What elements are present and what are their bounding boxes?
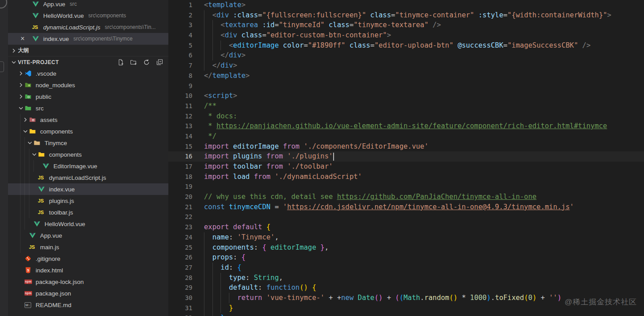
- code-line[interactable]: 17import toolbar from './toolbar': [168, 162, 644, 172]
- tree-item-label: App.vue: [40, 232, 62, 239]
- tree-item-toolbar-js[interactable]: JStoolbar.js: [8, 207, 168, 218]
- line-number: 3: [168, 20, 192, 30]
- tree-item-assets[interactable]: assets: [8, 114, 168, 126]
- code-text: import load from './dynamicLoadScript': [204, 172, 362, 182]
- tree-item-components[interactable]: components: [8, 126, 168, 137]
- chevron-right-icon: [17, 70, 24, 77]
- code-line[interactable]: 28 type: String,: [168, 273, 644, 283]
- folder-components-icon: [29, 128, 38, 135]
- new-file-icon[interactable]: [117, 59, 124, 66]
- vue-icon: [33, 220, 42, 227]
- open-editor-item-helloworld-vue[interactable]: HelloWorld.vuesrc\components: [8, 10, 168, 21]
- tree-item-helloworld-vue[interactable]: HelloWorld.vue: [8, 218, 168, 230]
- code-line[interactable]: 5 <editorImage color="#1890ff" class="ed…: [168, 41, 644, 51]
- tree-item-index-vue[interactable]: index.vue: [8, 183, 168, 195]
- tree-item-package-lock-json[interactable]: npmpackage-lock.json: [8, 276, 168, 288]
- js-icon: JS: [32, 24, 41, 30]
- tree-item-readme-md[interactable]: M↓README.md: [8, 299, 168, 311]
- code-line[interactable]: 15import editorImage from './components/…: [168, 142, 644, 152]
- collapse-all-icon[interactable]: [156, 59, 163, 66]
- tree-item-package-json[interactable]: npmpackage.json: [8, 288, 168, 299]
- open-editor-item-index-vue[interactable]: ×index.vuesrc\components\Tinymce: [8, 33, 168, 45]
- indent-guide: [20, 218, 20, 230]
- folder-node-icon: [24, 81, 33, 89]
- indent-guide: [204, 20, 204, 30]
- line-number: 11: [168, 101, 192, 111]
- code-line[interactable]: 13 * https://panjiachen.github.io/vue-el…: [168, 121, 644, 131]
- folder-public-icon: [24, 93, 33, 100]
- tree-item-plugins-js[interactable]: JSplugins.js: [8, 195, 168, 207]
- indent-guide: [24, 137, 25, 149]
- folder-assets-icon: [29, 116, 38, 123]
- code-line[interactable]: 19: [168, 182, 644, 192]
- tree-item-main-js[interactable]: JSmain.js: [8, 241, 168, 253]
- code-line[interactable]: 7 </div>: [168, 61, 644, 71]
- code-line[interactable]: 10<script>: [168, 91, 644, 101]
- code-text: * docs:: [204, 111, 237, 122]
- code-line[interactable]: 6 </div>: [168, 50, 644, 61]
- indent-guide: [24, 149, 25, 160]
- line-number: 8: [168, 71, 192, 81]
- code-line[interactable]: 26 props: {: [168, 252, 644, 263]
- code-text: <editorImage color="#1890ff" class="edit…: [204, 41, 591, 51]
- tree-item-label: index.html: [36, 267, 63, 274]
- close-icon[interactable]: ×: [20, 35, 32, 42]
- tree-item-dynamicloadscript-js[interactable]: JSdynamicLoadScript.js: [8, 172, 168, 183]
- code-line[interactable]: 23export default {: [168, 222, 644, 232]
- file-path: src: [70, 1, 77, 7]
- tree-item-components[interactable]: components: [8, 149, 168, 160]
- outline-section-header[interactable]: 大纲: [8, 45, 168, 56]
- html-icon: 5: [24, 267, 33, 274]
- code-line[interactable]: 12 * docs:: [168, 111, 644, 122]
- code-line[interactable]: 21const tinymceCDN = 'https://cdn.jsdeli…: [168, 202, 644, 212]
- code-area[interactable]: 1<template>2 <div :class="{fullscreen:fu…: [168, 0, 644, 316]
- code-line[interactable]: 25 components: { editorImage },: [168, 243, 644, 253]
- code-line[interactable]: 32 }: [168, 313, 644, 316]
- indent-guide: [33, 160, 34, 172]
- tree-item-src[interactable]: src: [8, 102, 168, 114]
- indent-guide: [212, 293, 213, 303]
- open-editor-item-app-vue[interactable]: App.vuesrc: [8, 0, 168, 10]
- code-line[interactable]: 20// why use this cdn, detail see https:…: [168, 192, 644, 202]
- code-editor[interactable]: 1<template>2 <div :class="{fullscreen:fu…: [168, 0, 644, 316]
- indent-guide: [29, 172, 29, 183]
- indent-guide: [212, 303, 213, 313]
- tree-item-node-modules[interactable]: node_modules: [8, 79, 168, 91]
- tree-item-index-html[interactable]: 5index.html: [8, 264, 168, 276]
- file-name: index.vue: [43, 36, 69, 42]
- tree-item-app-vue[interactable]: App.vue: [8, 230, 168, 241]
- refresh-icon[interactable]: [143, 59, 150, 66]
- tree-item-tinymce[interactable]: Tinymce: [8, 137, 168, 149]
- code-line[interactable]: 27 id: {: [168, 263, 644, 273]
- indent-guide: [212, 313, 213, 316]
- line-number: 26: [168, 252, 192, 263]
- code-line[interactable]: 18import load from './dynamicLoadScript': [168, 172, 644, 182]
- code-line[interactable]: 24 name: 'Tinymce',: [168, 232, 644, 243]
- code-line[interactable]: 8</template>: [168, 71, 644, 81]
- code-line[interactable]: 16import plugins from './plugins': [168, 151, 644, 162]
- code-line[interactable]: 29 default: function() {: [168, 283, 644, 293]
- code-line[interactable]: 2 <div :class="{fullscreen:fullscreen}" …: [168, 10, 644, 20]
- tree-item-gitignore[interactable]: .gitignore: [8, 253, 168, 264]
- tree-item-editorimage-vue[interactable]: EditorImage.vue: [8, 160, 168, 172]
- code-line[interactable]: 3 <textarea :id="tinymceId" class="tinym…: [168, 20, 644, 30]
- vscode-icon: [24, 70, 33, 77]
- project-actions: [117, 57, 163, 68]
- code-line[interactable]: 9: [168, 81, 644, 91]
- line-number: 16: [168, 151, 192, 162]
- line-number: 2: [168, 10, 192, 20]
- code-text: id: {: [204, 263, 241, 273]
- indent-guide: [24, 160, 25, 172]
- code-line[interactable]: 22: [168, 212, 644, 222]
- code-line[interactable]: 4 <div class="editor-custom-btn-containe…: [168, 30, 644, 41]
- code-line[interactable]: 11/**: [168, 101, 644, 111]
- vscode-window: App.vuesrcHelloWorld.vuesrc\componentsJS…: [0, 0, 644, 316]
- tree-item-public[interactable]: public: [8, 91, 168, 102]
- new-folder-icon[interactable]: [130, 59, 137, 66]
- open-editor-item-dynamicloadscript-js[interactable]: JSdynamicLoadScript.jssrc\components\Tin…: [8, 21, 168, 33]
- tree-item-vscode[interactable]: .vscode: [8, 68, 168, 79]
- code-line[interactable]: 1<template>: [168, 0, 644, 10]
- project-section-header[interactable]: VITE-PROJECT: [8, 56, 168, 68]
- code-text: /**: [204, 101, 216, 111]
- code-line[interactable]: 14 */: [168, 131, 644, 142]
